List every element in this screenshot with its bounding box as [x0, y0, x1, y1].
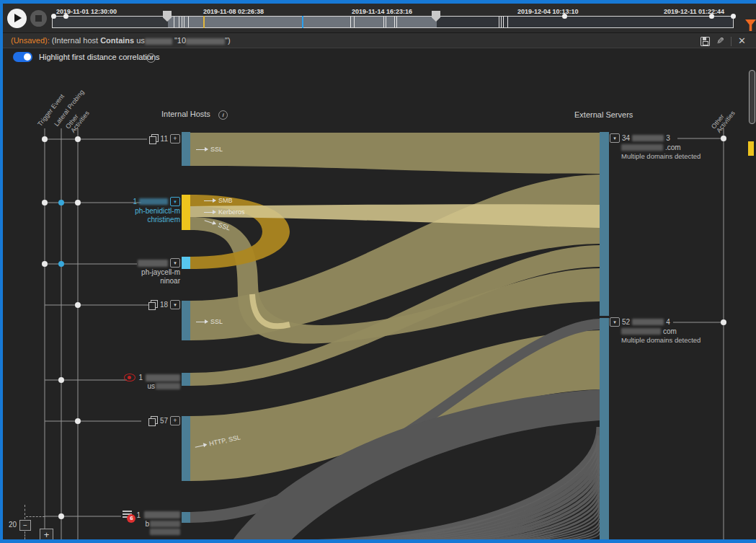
- timeline-date-2: 2019-11-08 02:26:38: [203, 8, 264, 15]
- external-server-2[interactable]: ▾ 524 com Multiple domains detected: [610, 317, 701, 344]
- grouped-hosts-icon: [148, 416, 158, 425]
- app-window: 2019-11-01 12:30:00 2019-11-08 02:26:38 …: [0, 0, 756, 543]
- multiple-domains-note: Multiple domains detected: [621, 152, 701, 160]
- sankey-canvas: [0, 0, 756, 543]
- server-count: 52: [622, 318, 630, 326]
- toggle-knob: [24, 53, 31, 61]
- server-count: 34: [622, 134, 630, 142]
- server-domain: .com: [665, 144, 681, 151]
- collapse-button[interactable]: ▾: [170, 300, 180, 309]
- internal-node-benidictl: [182, 195, 190, 230]
- external-node-2: [600, 318, 609, 543]
- external-node-1: [600, 132, 609, 316]
- host-row-57[interactable]: 57 +: [148, 416, 180, 425]
- play-icon: [14, 14, 22, 22]
- timeline-tick: [354, 17, 355, 27]
- multiple-domains-note: Multiple domains detected: [621, 336, 701, 344]
- redacted-text: [621, 144, 663, 151]
- zoom-guide-dash: [26, 516, 45, 517]
- scrollbar-thumb[interactable]: [749, 70, 755, 124]
- redacted-text: [632, 135, 664, 141]
- flow-arrow-icon: [204, 200, 215, 201]
- timeline-tick: [184, 17, 184, 27]
- flow-protocol: SSL: [210, 146, 223, 153]
- flow-label-kerberos: Kerberos: [204, 208, 245, 216]
- scrollbar-highlight-marker[interactable]: [748, 141, 754, 156]
- flow-protocol: Kerberos: [218, 208, 245, 216]
- host-name: christinem: [147, 216, 180, 224]
- close-filter-button[interactable]: ✕: [738, 35, 746, 47]
- host-count: 57: [160, 417, 168, 425]
- redacted-text: [156, 383, 180, 389]
- server-count-suffix: 4: [666, 318, 670, 326]
- host-row-detection[interactable]: 1 us: [124, 374, 180, 390]
- host-count: 18: [160, 301, 168, 309]
- collapse-button[interactable]: ▾: [610, 317, 620, 327]
- info-icon[interactable]: i: [146, 53, 156, 63]
- timeline-event-dot: [562, 14, 567, 19]
- host-name: ph-jaycell-m: [141, 268, 180, 276]
- internal-node-jaycell: [182, 257, 190, 269]
- host-name: ninoar: [160, 277, 180, 285]
- window-border-top: [0, 0, 756, 4]
- filter-expr-open: (Internal host: [52, 36, 98, 45]
- collapse-button[interactable]: ▾: [170, 258, 180, 268]
- host-count: 11: [161, 135, 168, 143]
- redacted-text: [144, 511, 180, 518]
- flow-label-ssl-1: SSL: [196, 146, 223, 153]
- timeline-tick: [350, 17, 351, 27]
- flow-label-ssl-3: SSL: [196, 318, 223, 325]
- server-domain: com: [663, 327, 677, 335]
- stop-button[interactable]: [30, 10, 47, 27]
- flow-kerberos-highlight[interactable]: [190, 204, 600, 228]
- timeline-event-dot: [731, 14, 736, 19]
- collapse-button[interactable]: ▾: [170, 197, 180, 206]
- host-domain: b: [145, 520, 149, 528]
- host-row-jaycell[interactable]: ▾ ph-jaycell-m ninoar: [138, 258, 180, 285]
- filter-operator: Contains: [100, 36, 134, 45]
- stop-icon: [35, 15, 42, 22]
- decrease-depth-button[interactable]: −: [19, 520, 31, 531]
- redacted-text: [632, 319, 664, 325]
- flow-arrow-icon: [205, 220, 216, 224]
- host-name: ph-benidictl-m: [135, 207, 180, 215]
- filter-funnel-icon[interactable]: [745, 19, 756, 31]
- redacted-text: [146, 374, 180, 381]
- play-button[interactable]: [7, 9, 27, 28]
- flow-arrow-icon: [196, 149, 208, 150]
- edit-filter-button[interactable]: ✎: [716, 35, 724, 47]
- timeline-track[interactable]: [52, 16, 734, 28]
- window-border-left: [0, 0, 3, 543]
- timeline-tick: [396, 17, 397, 27]
- collapse-button[interactable]: ▾: [610, 133, 620, 143]
- divider: [731, 37, 731, 46]
- flow-protocol: SMB: [218, 197, 233, 204]
- host-row-18[interactable]: 18 ▾: [148, 300, 180, 309]
- timeline-date-5: 2019-12-11 01:22:44: [664, 8, 724, 15]
- flow-ssl-host11: [190, 133, 600, 174]
- redacted-text: [139, 198, 168, 205]
- external-server-1[interactable]: ▾ 343 .com Multiple domains detected: [610, 133, 701, 160]
- host-row-bottom[interactable]: 6 1 b: [123, 511, 180, 535]
- grouped-hosts-icon: [148, 300, 158, 309]
- server-count-suffix: 3: [666, 134, 670, 142]
- toggle-label: Highlight first distance correlations: [39, 53, 160, 61]
- timeline-tick-yellow: [203, 16, 205, 28]
- expand-button[interactable]: +: [170, 416, 180, 425]
- host-row-11[interactable]: 11 +: [149, 134, 180, 144]
- host-row-benidictl[interactable]: 1 ▾ ph-benidictl-m christinem: [133, 197, 180, 224]
- window-border-bottom: [0, 539, 756, 543]
- expand-button[interactable]: +: [170, 134, 180, 144]
- info-icon[interactable]: i: [218, 110, 228, 120]
- host-ip: 1: [138, 374, 143, 381]
- grouped-hosts-icon: [149, 134, 159, 144]
- internal-node-57: [182, 416, 190, 481]
- timeline-tick: [174, 17, 174, 27]
- timeline-tick: [386, 17, 386, 27]
- highlight-correlations-toggle[interactable]: [13, 52, 32, 62]
- filter-status: (Unsaved):: [11, 36, 50, 45]
- save-filter-button[interactable]: [701, 37, 710, 46]
- filter-expr-close: "): [225, 36, 231, 45]
- depth-value: 20: [9, 521, 17, 529]
- filter-operand1: us: [136, 36, 145, 45]
